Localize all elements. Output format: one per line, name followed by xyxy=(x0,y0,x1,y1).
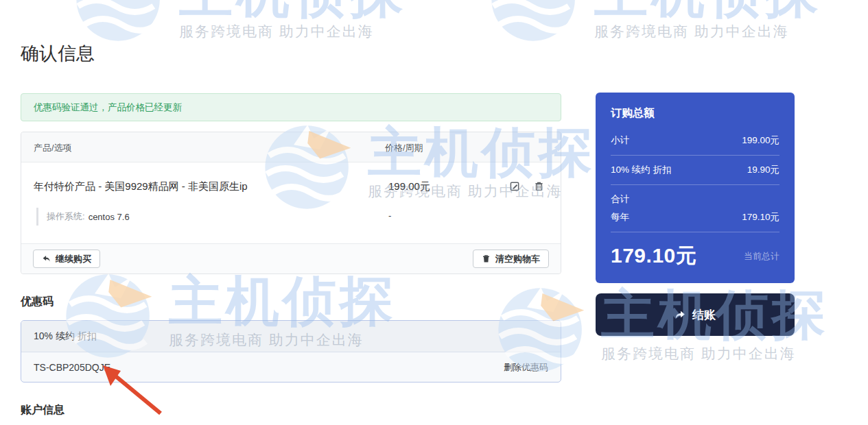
cycle-label: 每年 xyxy=(611,211,629,223)
summary-discount-row: 10% 续约 折扣 19.90元 xyxy=(611,164,779,176)
reply-arrow-icon xyxy=(42,254,51,263)
watermark-brand: 主机侦探 xyxy=(169,277,397,326)
account-section-heading: 账户信息 xyxy=(21,403,64,417)
subtotal-label: 小计 xyxy=(611,134,629,147)
coupon-box: 10% 续约 折扣 TS-CBP205DQJE 删除优惠码 xyxy=(21,320,561,382)
divider xyxy=(611,155,779,156)
product-name: 年付特价产品 - 美国9929精品网 - 非美国原生ip xyxy=(34,180,248,193)
hostdetective-logo-icon xyxy=(74,0,167,43)
cart-table-footer: 继续购买 清空购物车 xyxy=(21,243,561,274)
continue-shopping-label: 继续购买 xyxy=(56,253,91,265)
coupon-description: 10% 续约 折扣 xyxy=(34,330,97,343)
discount-label: 10% 续约 折扣 xyxy=(611,164,672,176)
coupon-description-row: 10% 续约 折扣 xyxy=(21,321,561,352)
summary-title: 订购总额 xyxy=(611,106,779,121)
column-header-price: 价格/周期 xyxy=(385,142,423,154)
option-value: centos 7.6 xyxy=(89,212,130,222)
page-title: 确认信息 xyxy=(21,41,95,66)
divider xyxy=(611,232,779,232)
coupon-section-heading: 优惠码 xyxy=(21,295,54,309)
grand-total-amount: 179.10元 xyxy=(611,242,696,270)
watermark-tagline: 服务跨境电商 助力中企出海 xyxy=(601,344,829,363)
total-label: 合计 xyxy=(611,193,779,206)
column-header-product: 产品/选项 xyxy=(34,142,72,154)
trash-icon xyxy=(482,254,491,263)
order-summary-panel: 订购总额 小计 199.00元 10% 续约 折扣 19.90元 合计 每年 1… xyxy=(596,93,795,283)
watermark: 主机侦探 服务跨境电商 助力中企出海 xyxy=(489,0,822,43)
product-price: 199.00元 xyxy=(388,180,430,193)
coupon-code: TS-CBP205DQJE xyxy=(34,362,110,373)
product-option-row: 操作系统: centos 7.6 xyxy=(36,208,130,226)
grand-total-row: 179.10元 当前总计 xyxy=(611,242,779,270)
summary-subtotal-row: 小计 199.00元 xyxy=(611,134,779,147)
option-label: 操作系统: xyxy=(47,210,85,223)
watermark-brand: 主机侦探 xyxy=(594,0,822,18)
cart-item-row: 年付特价产品 - 美国9929精品网 - 非美国原生ip 199.00元 xyxy=(21,162,561,244)
coupon-code-row: TS-CBP205DQJE 删除优惠码 xyxy=(21,352,561,382)
cart-table: 产品/选项 价格/周期 年付特价产品 - 美国9929精品网 - 非美国原生ip… xyxy=(21,132,561,274)
remove-coupon-link[interactable]: 删除优惠码 xyxy=(504,361,548,374)
continue-shopping-button[interactable]: 继续购买 xyxy=(33,250,100,268)
option-price: - xyxy=(388,210,391,221)
checkout-label: 结账 xyxy=(692,307,716,323)
empty-cart-label: 清空购物车 xyxy=(495,253,540,265)
edit-icon[interactable] xyxy=(510,181,520,191)
trash-icon[interactable] xyxy=(534,181,544,191)
cycle-value: 179.10元 xyxy=(742,211,779,223)
empty-cart-button[interactable]: 清空购物车 xyxy=(473,250,549,268)
checkout-button[interactable]: 结账 xyxy=(596,293,795,336)
hostdetective-logo-icon xyxy=(489,0,582,43)
watermark-tagline: 服务跨境电商 助力中企出海 xyxy=(179,22,407,41)
watermark-tagline: 服务跨境电商 助力中企出海 xyxy=(594,22,822,41)
subtotal-value: 199.00元 xyxy=(742,134,779,147)
cart-table-header: 产品/选项 价格/周期 xyxy=(21,132,561,162)
discount-value: 19.90元 xyxy=(747,164,779,176)
coupon-success-alert: 优惠码验证通过，产品价格已经更新 xyxy=(21,93,561,121)
summary-cycle-row: 每年 179.10元 xyxy=(611,211,779,223)
checkout-confirm-page: 主机侦探 服务跨境电商 助力中企出海 主机侦探 服务跨境电商 助力中企出海 xyxy=(0,0,868,425)
grand-total-label: 当前总计 xyxy=(744,250,779,263)
watermark: 主机侦探 服务跨境电商 助力中企出海 xyxy=(74,0,407,43)
watermark-brand: 主机侦探 xyxy=(179,0,407,18)
forward-arrow-icon xyxy=(675,309,686,321)
divider xyxy=(611,184,779,185)
alert-text: 优惠码验证通过，产品价格已经更新 xyxy=(34,101,182,114)
